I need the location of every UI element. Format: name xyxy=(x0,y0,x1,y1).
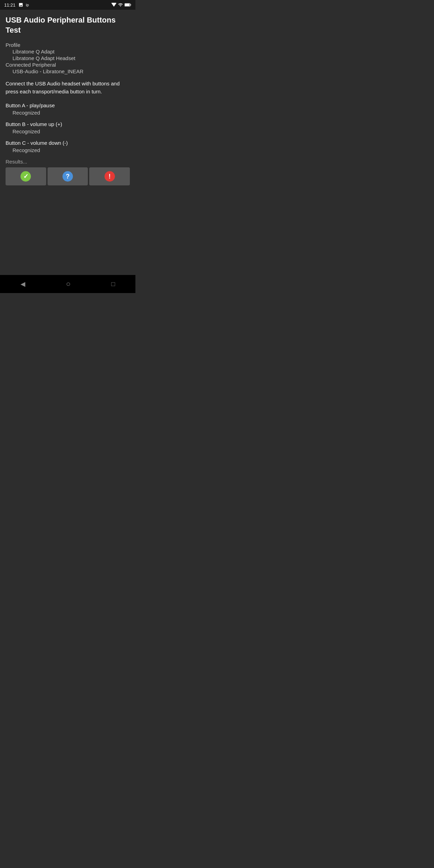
recents-icon: □ xyxy=(111,281,115,288)
action-buttons-row: ✓ ? ! xyxy=(6,167,130,185)
instruction-text: Connect the USB Audio headset with butto… xyxy=(6,80,130,95)
pass-button[interactable]: ✓ xyxy=(6,167,46,185)
fail-icon: ! xyxy=(105,171,115,182)
back-icon: ◀ xyxy=(20,280,25,288)
profile-value-2: Libratone Q Adapt Headset xyxy=(6,55,130,61)
info-button[interactable]: ? xyxy=(48,167,88,185)
main-content: USB Audio Peripheral Buttons Test Profil… xyxy=(0,10,135,275)
button-a-label: Button A - play/pause xyxy=(6,102,130,108)
button-b-label: Button B - volume up (+) xyxy=(6,121,130,127)
status-bar: 11:21 ip xyxy=(0,0,135,10)
fail-button[interactable]: ! xyxy=(89,167,130,185)
back-button[interactable]: ◀ xyxy=(18,277,28,291)
peripheral-label: Connected Peripheral xyxy=(6,62,130,68)
profile-label: Profile xyxy=(6,42,130,48)
peripheral-value: USB-Audio - Libratone_INEAR xyxy=(6,68,130,74)
svg-rect-3 xyxy=(125,3,130,6)
nav-bar: ◀ ○ □ xyxy=(0,275,135,293)
recents-button[interactable]: □ xyxy=(108,278,118,291)
profile-value-1: Libratone Q Adapt xyxy=(6,49,130,55)
results-label: Results... xyxy=(6,159,130,165)
button-c-status: Recognized xyxy=(6,147,130,153)
button-a-section: Button A - play/pause Recognized xyxy=(6,102,130,116)
button-b-section: Button B - volume up (+) Recognized xyxy=(6,121,130,134)
pass-icon: ✓ xyxy=(20,171,31,182)
ip-label: ip xyxy=(26,3,29,7)
home-button[interactable]: ○ xyxy=(63,277,73,291)
wifi-icon xyxy=(111,3,117,7)
page-title: USB Audio Peripheral Buttons Test xyxy=(6,15,130,35)
button-c-section: Button C - volume down (-) Recognized xyxy=(6,140,130,153)
button-a-status: Recognized xyxy=(6,110,130,116)
status-bar-right xyxy=(111,2,131,7)
photo-icon xyxy=(18,2,23,7)
status-bar-left: 11:21 ip xyxy=(4,2,29,8)
battery-icon xyxy=(124,3,131,7)
profile-section: Profile Libratone Q Adapt Libratone Q Ad… xyxy=(6,42,130,74)
svg-rect-1 xyxy=(131,4,131,6)
home-icon: ○ xyxy=(66,279,70,289)
status-time: 11:21 xyxy=(4,2,16,8)
signal-icon xyxy=(118,2,123,7)
button-b-status: Recognized xyxy=(6,128,130,134)
info-icon: ? xyxy=(62,171,73,182)
button-c-label: Button C - volume down (-) xyxy=(6,140,130,146)
